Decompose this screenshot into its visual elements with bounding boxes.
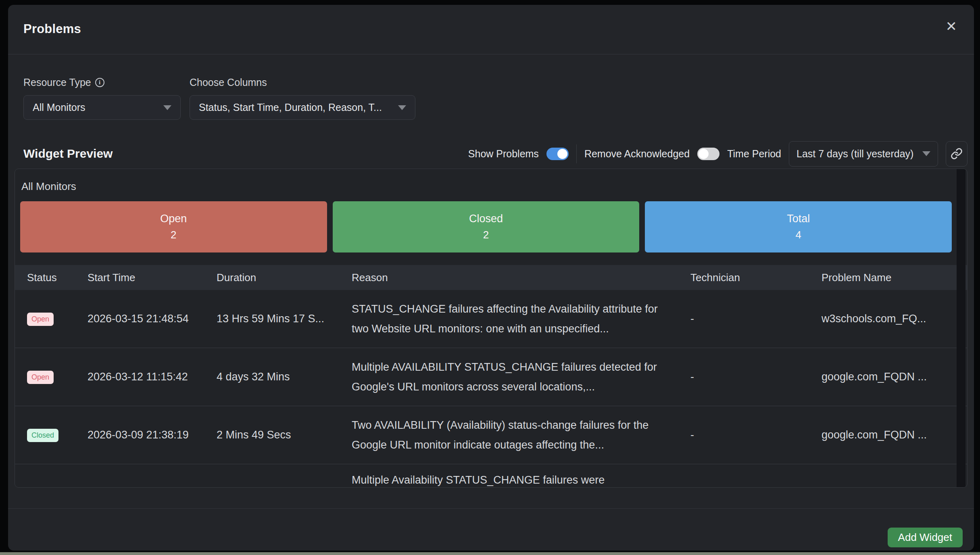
resource-type-label: Resource Type i	[23, 77, 104, 88]
reason-cell: Two AVAILABILITY (Availability) status-c…	[340, 415, 678, 455]
time-period-label: Time Period	[727, 148, 781, 160]
chevron-down-icon	[163, 105, 171, 110]
column-header: Status	[15, 271, 75, 284]
table-row[interactable]: Closed 2026-03-09 21:38:19 2 Mins 49 Sec…	[15, 406, 967, 464]
reason-cell: STATUS_CHANGE failures affecting the Ava…	[340, 299, 678, 339]
summary-card[interactable]: Total 4	[645, 201, 952, 252]
time-period-dropdown[interactable]: Last 7 days (till yesterday)	[789, 141, 938, 167]
widget-preview-panel: All Monitors Open 2 Closed 2 Total 4 Sta…	[15, 169, 967, 488]
summary-card[interactable]: Closed 2	[333, 201, 640, 252]
summary-card-value: 4	[795, 229, 801, 241]
copy-link-button[interactable]	[946, 141, 967, 167]
status-badge: Open	[27, 371, 54, 384]
summary-card-label: Total	[787, 213, 810, 225]
choose-columns-dropdown[interactable]: Status, Start Time, Duration, Reason, T.…	[190, 95, 415, 120]
choose-columns-label-text: Choose Columns	[190, 77, 267, 88]
link-icon	[951, 148, 963, 160]
summary-card-value: 2	[171, 229, 176, 241]
start-time-cell: 2026-03-09 21:38:19	[75, 429, 204, 441]
problems-modal: Problems ✕ Resource Type i Choose Column…	[8, 5, 974, 551]
scrollbar[interactable]	[957, 169, 965, 487]
column-header: Problem Name	[809, 271, 967, 284]
technician-cell: -	[678, 313, 809, 325]
summary-card-value: 2	[483, 229, 489, 241]
column-header: Technician	[678, 271, 809, 284]
table-header: StatusStart TimeDurationReasonTechnician…	[15, 265, 967, 290]
close-icon[interactable]: ✕	[946, 19, 957, 33]
table-row[interactable]: Multiple Availability STATUS_CHANGE fail…	[15, 464, 967, 487]
resource-type-value: All Monitors	[33, 102, 85, 113]
info-icon[interactable]: i	[95, 78, 104, 87]
problem-name-cell: google.com_FQDN ...	[809, 429, 967, 441]
technician-cell: -	[678, 371, 809, 383]
remove-acknowledged-toggle[interactable]	[697, 148, 719, 160]
show-problems-label: Show Problems	[468, 148, 539, 160]
divider	[576, 144, 577, 163]
add-widget-button[interactable]: Add Widget	[888, 528, 963, 547]
chevron-down-icon	[922, 151, 930, 156]
summary-card-label: Open	[160, 213, 187, 225]
modal-title: Problems	[23, 22, 81, 36]
choose-columns-label: Choose Columns	[190, 77, 267, 88]
modal-header: Problems ✕	[8, 5, 974, 54]
summary-cards: Open 2 Closed 2 Total 4	[20, 201, 952, 252]
summary-card-label: Closed	[469, 213, 503, 225]
time-period-value: Last 7 days (till yesterday)	[797, 148, 913, 160]
duration-cell: 2 Mins 49 Secs	[204, 429, 340, 441]
show-problems-toggle[interactable]	[546, 148, 569, 160]
status-cell: Open	[15, 370, 75, 384]
column-header: Duration	[204, 271, 340, 284]
resource-type-label-text: Resource Type	[23, 77, 91, 88]
footer-divider	[8, 508, 974, 509]
duration-cell: 13 Hrs 59 Mins 17 S...	[204, 313, 340, 325]
remove-acknowledged-label: Remove Acknowledged	[584, 148, 690, 160]
column-header: Reason	[340, 271, 678, 284]
choose-columns-value: Status, Start Time, Duration, Reason, T.…	[199, 102, 382, 113]
technician-cell: -	[678, 429, 809, 441]
toggle-knob	[699, 149, 709, 159]
resource-type-dropdown[interactable]: All Monitors	[23, 95, 181, 120]
status-cell: Closed	[15, 428, 75, 442]
summary-card[interactable]: Open 2	[20, 201, 327, 252]
panel-title: All Monitors	[21, 180, 76, 193]
page-bottom-edge	[0, 552, 980, 555]
widget-preview-heading: Widget Preview	[23, 147, 113, 161]
status-cell: Open	[15, 312, 75, 326]
start-time-cell: 2026-03-15 21:48:54	[75, 313, 204, 325]
table-body: Open 2026-03-15 21:48:54 13 Hrs 59 Mins …	[15, 290, 967, 487]
start-time-cell: 2026-03-12 11:15:42	[75, 371, 204, 383]
duration-cell: 4 days 32 Mins	[204, 371, 340, 383]
chevron-down-icon	[398, 105, 406, 110]
column-header: Start Time	[75, 271, 204, 284]
problem-name-cell: google.com_FQDN ...	[809, 371, 967, 383]
problem-name-cell: w3schools.com_FQ...	[809, 313, 967, 325]
status-badge: Open	[27, 313, 54, 326]
table-row[interactable]: Open 2026-03-15 21:48:54 13 Hrs 59 Mins …	[15, 290, 967, 348]
preview-controls: Show Problems Remove Acknowledged Time P…	[468, 140, 967, 167]
reason-cell: Multiple Availability STATUS_CHANGE fail…	[340, 464, 678, 487]
status-badge: Closed	[27, 429, 58, 442]
reason-cell: Multiple AVAILABILITY STATUS_CHANGE fail…	[340, 357, 678, 397]
table-row[interactable]: Open 2026-03-12 11:15:42 4 days 32 Mins …	[15, 348, 967, 406]
toggle-knob	[557, 149, 567, 159]
